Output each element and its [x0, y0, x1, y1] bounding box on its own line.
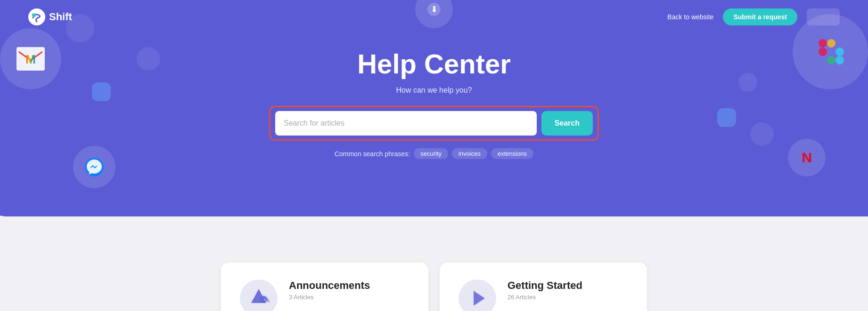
getting-started-card-subtitle: 26 Articles: [508, 294, 582, 301]
cards-section: Announcements 3 Articles Getting Started…: [0, 253, 868, 311]
common-phrases-label: Common search phrases:: [335, 150, 410, 158]
announcements-icon: [246, 286, 271, 311]
phrase-tag-extensions[interactable]: extensions: [491, 148, 533, 159]
svg-marker-16: [474, 291, 485, 306]
back-to-website-link[interactable]: Back to website: [667, 13, 713, 21]
logo: Shift: [28, 8, 72, 25]
svg-rect-5: [827, 39, 835, 48]
getting-started-card-icon-wrap: [459, 279, 496, 311]
page-title: Help Center: [28, 48, 840, 80]
getting-started-card-title: Getting Started: [508, 279, 582, 292]
hero-subtitle: How can we help you?: [28, 86, 840, 95]
logo-text: Shift: [49, 11, 72, 23]
hero-section: M: [0, 0, 868, 216]
announcements-card[interactable]: Announcements 3 Articles: [221, 263, 428, 311]
navbar: Shift Back to website Submit a request: [28, 0, 840, 34]
search-input[interactable]: [275, 111, 537, 136]
getting-started-icon: [465, 286, 490, 311]
svg-point-13: [32, 13, 36, 17]
announcements-card-icon-wrap: [240, 279, 278, 311]
svg-rect-4: [819, 39, 827, 48]
announcements-card-info: Announcements 3 Articles: [289, 279, 370, 301]
search-phrases: Common search phrases: security invoices…: [28, 148, 840, 159]
getting-started-card[interactable]: Getting Started 26 Articles: [440, 263, 647, 311]
phrase-tag-invoices[interactable]: invoices: [452, 148, 487, 159]
login-area[interactable]: [807, 8, 840, 25]
logo-icon: [28, 8, 45, 25]
phrase-tag-security[interactable]: security: [414, 148, 448, 159]
announcements-card-title: Announcements: [289, 279, 370, 292]
search-container: Search: [269, 106, 599, 141]
getting-started-card-info: Getting Started 26 Articles: [508, 279, 582, 301]
hero-content: Help Center How can we help you? Search …: [28, 48, 840, 159]
svg-point-12: [28, 8, 45, 25]
submit-request-button[interactable]: Submit a request: [723, 8, 797, 25]
search-button[interactable]: Search: [541, 111, 593, 136]
nav-right: Back to website Submit a request: [667, 8, 840, 25]
announcements-card-subtitle: 3 Articles: [289, 294, 370, 301]
wave-separator: [0, 215, 868, 253]
